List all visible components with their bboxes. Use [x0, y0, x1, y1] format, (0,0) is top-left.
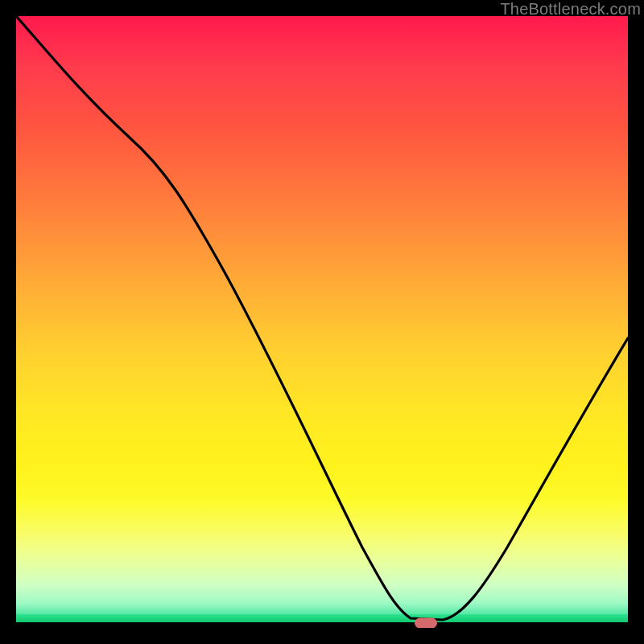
chart-frame: TheBottleneck.com [0, 0, 644, 644]
plot-area [16, 16, 628, 628]
background-gradient [16, 16, 628, 621]
watermark-text: TheBottleneck.com [500, 0, 641, 19]
baseline-strip [16, 614, 628, 622]
